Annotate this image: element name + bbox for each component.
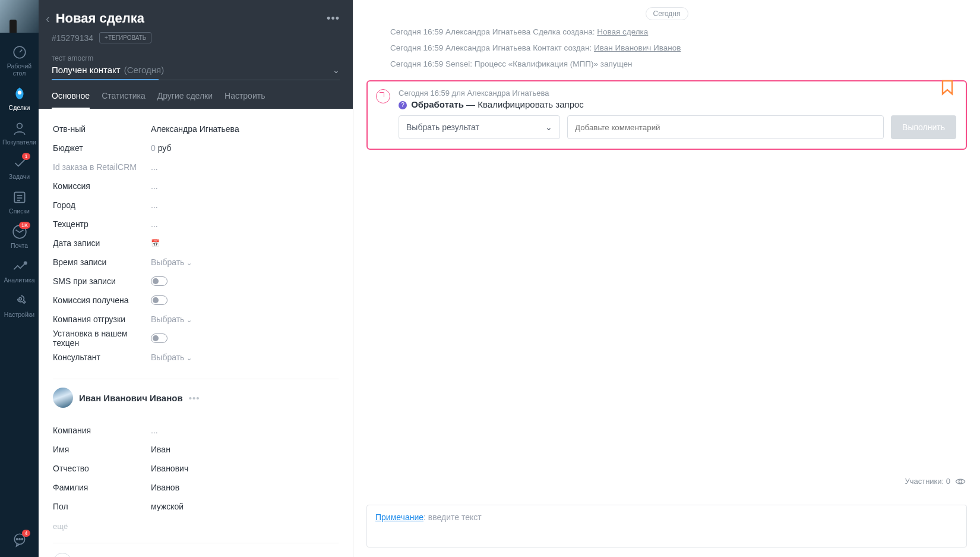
stage-today: (Сегодня) (124, 65, 164, 75)
calendar-icon[interactable]: 📅 (151, 239, 160, 247)
sidebar-item-chat[interactable]: 4 (0, 527, 39, 557)
svg-point-11 (16, 539, 17, 540)
sidebar-item-settings[interactable]: Настройки (0, 288, 39, 323)
sidebar-item-analytics[interactable]: Аналитика (0, 254, 39, 288)
svg-point-12 (18, 539, 20, 540)
stage-name: Получен контакт (52, 65, 121, 75)
stage-selector[interactable]: Получен контакт (Сегодня) ⌄ (52, 65, 340, 80)
field-value-techcenter[interactable]: ... (151, 219, 158, 229)
field-label-retailcrm: Id заказа в RetailCRM (53, 162, 151, 172)
sidebar-item-buyers[interactable]: Покупатели (0, 116, 39, 150)
field-label-budget: Бюджет (53, 143, 151, 153)
tag-button[interactable]: +ТЕГИРОВАТЬ (99, 32, 151, 43)
field-value-responsible[interactable]: Александра Игнатьева (151, 124, 239, 134)
deals-icon (12, 86, 27, 102)
add-contact-button[interactable]: + (53, 553, 72, 557)
today-pill: Сегодня (646, 7, 688, 20)
field-label-time: Время записи (53, 257, 151, 267)
sidebar-item-tasks[interactable]: 1 Задачи (0, 150, 39, 185)
mail-badge: 1K (19, 222, 30, 229)
note-input[interactable]: Примечание: введите текст (366, 505, 967, 547)
pipeline-name: тест amocrm (52, 54, 340, 62)
task-comment-input[interactable] (567, 115, 884, 139)
svg-point-8 (24, 262, 26, 264)
field-value-company[interactable]: ... (151, 426, 158, 435)
log-link-contact[interactable]: Иван Иванович Иванов (594, 43, 681, 52)
log-deal-created: Сегодня 16:59 Александра Игнатьева Сделк… (390, 27, 967, 36)
bookmark-icon[interactable] (941, 80, 954, 96)
contact-avatar[interactable] (53, 388, 73, 408)
sidebar-item-deals[interactable]: Сделки (0, 81, 39, 116)
field-label-ship: Компания отгрузки (53, 314, 151, 324)
contact-name[interactable]: Иван Иванович Иванов (79, 393, 183, 403)
sidebar: Рабочий стол Сделки Покупатели 1 Задачи … (0, 0, 39, 557)
deal-header: ‹ Новая сделка ••• #15279134 +ТЕГИРОВАТЬ… (39, 0, 353, 109)
sidebar-item-mail[interactable]: 1K Почта (0, 219, 39, 254)
deal-title[interactable]: Новая сделка (56, 11, 327, 26)
field-label-consult: Консультант (53, 353, 151, 362)
install-toggle[interactable] (151, 333, 167, 343)
field-value-retailcrm[interactable]: ... (151, 162, 158, 172)
field-label-date: Дата записи (53, 238, 151, 248)
field-value-ship[interactable]: Выбрать⌄ (151, 314, 192, 324)
note-label: Примечание (375, 512, 423, 522)
field-value-patronymic[interactable]: Иванович (151, 464, 188, 473)
field-label-install: Установка в нашем техцен (53, 329, 151, 348)
eye-icon (955, 478, 966, 485)
field-value-gender[interactable]: мужской (151, 502, 184, 511)
deal-more-button[interactable]: ••• (327, 12, 340, 25)
sidebar-item-label: Аналитика (4, 276, 35, 284)
field-value-consult[interactable]: Выбрать⌄ (151, 353, 192, 362)
sidebar-item-label: Списки (9, 207, 30, 215)
participants-row[interactable]: Участники: 0 (905, 477, 966, 486)
tab-main[interactable]: Основное (52, 91, 90, 109)
sidebar-item-label: Рабочий стол (0, 62, 39, 77)
field-value-budget[interactable]: 0 руб (151, 143, 172, 153)
deal-panel: ‹ Новая сделка ••• #15279134 +ТЕГИРОВАТЬ… (39, 0, 353, 557)
commission-got-toggle[interactable] (151, 295, 167, 305)
sidebar-item-label: Покупатели (2, 139, 36, 146)
task-execute-button[interactable]: Выполнить (891, 115, 956, 139)
tab-other[interactable]: Другие сделки (157, 91, 213, 109)
analytics-icon (12, 259, 27, 274)
field-value-time[interactable]: Выбрать⌄ (151, 257, 192, 267)
svg-point-14 (959, 480, 962, 483)
field-value-commission[interactable]: ... (151, 181, 158, 191)
field-label-city: Город (53, 200, 151, 210)
note-placeholder: : введите текст (423, 512, 482, 522)
field-label-commission-got: Комиссия получена (53, 295, 151, 305)
deal-id: #15279134 (52, 33, 93, 43)
sidebar-item-label: Задачи (9, 173, 30, 180)
svg-point-9 (18, 298, 21, 300)
deal-body: Отв-ный Александра Игнатьева Бюджет 0 ру… (39, 109, 353, 557)
contact-block: Иван Иванович Иванов ••• Компания ... Им… (53, 379, 339, 531)
back-button[interactable]: ‹ (46, 12, 50, 26)
field-value-city[interactable]: ... (151, 200, 158, 210)
task-meta: Сегодня 16:59 для Александра Игнатьева (399, 89, 956, 97)
field-value-firstname[interactable]: Иван (151, 445, 170, 454)
sidebar-item-label: Настройки (4, 311, 35, 318)
tab-stats[interactable]: Статистика (102, 91, 146, 109)
field-value-lastname[interactable]: Иванов (151, 483, 179, 492)
sidebar-item-lists[interactable]: Списки (0, 185, 39, 219)
contact-more-link[interactable]: ещё (53, 522, 339, 531)
field-label-gender: Пол (53, 502, 151, 511)
task-card: Сегодня 16:59 для Александра Игнатьева ?… (366, 80, 967, 150)
help-icon[interactable]: ? (399, 101, 407, 109)
task-result-select[interactable]: Выбрать результат ⌄ (399, 115, 560, 139)
contact-more-button[interactable]: ••• (189, 393, 200, 403)
sms-toggle[interactable] (151, 276, 167, 286)
tab-setup[interactable]: Настроить (225, 91, 265, 109)
svg-point-1 (17, 91, 21, 95)
field-label-patronymic: Отчество (53, 464, 151, 473)
stage-underline (52, 79, 159, 80)
add-contact-row: + Добавить контакт (53, 543, 339, 557)
log-link-deal[interactable]: Новая сделка (597, 27, 648, 36)
account-avatar[interactable] (0, 0, 39, 33)
sidebar-item-dashboard[interactable]: Рабочий стол (0, 40, 39, 81)
dashboard-icon (12, 45, 27, 60)
task-select-label: Выбрать результат (406, 122, 479, 132)
participants-label: Участники: 0 (905, 477, 950, 486)
field-label-techcenter: Техцентр (53, 219, 151, 229)
settings-icon (12, 293, 27, 309)
